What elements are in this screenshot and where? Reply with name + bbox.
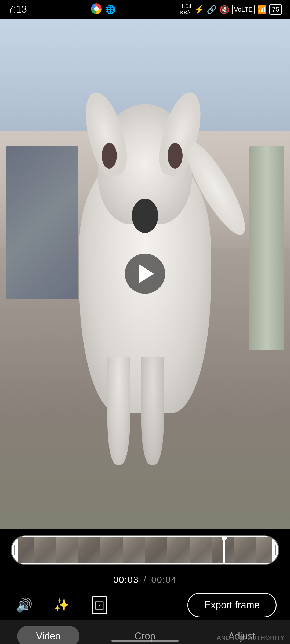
status-bar: 7:13 🌐 1.04 KB/s ⚡ 🔗 🔇 VoLTE 📶 75 (0, 0, 290, 19)
tab-video-pill[interactable]: Video (17, 626, 79, 644)
timecode-separator: / (143, 575, 150, 585)
mute-icon: 🔇 (219, 5, 229, 14)
battery-indicator: 75 (269, 4, 282, 15)
bg-structure-left (6, 146, 78, 299)
timeline-handle-right[interactable] (272, 536, 278, 564)
timeline-frame (34, 536, 56, 564)
magic-button[interactable]: ✨ (51, 594, 73, 616)
link-icon: 🔗 (207, 5, 217, 14)
timeline-frame (190, 536, 212, 564)
controls-section: 🔊 ✨ ⊡ Export frame (0, 590, 290, 620)
play-icon (139, 264, 154, 283)
status-right: 1.04 KB/s ⚡ 🔗 🔇 VoLTE 📶 75 (180, 3, 282, 16)
signal-icon: 📶 (257, 5, 267, 14)
timeline-frame (145, 536, 167, 564)
timeline-playhead[interactable] (223, 535, 225, 565)
timeline-track[interactable] (11, 535, 279, 565)
status-icons: 🌐 (91, 3, 116, 15)
timecode-current: 00:03 (113, 575, 139, 585)
bluetooth-icon: ⚡ (194, 5, 204, 14)
play-button[interactable] (125, 254, 165, 294)
volume-icon: 🔊 (16, 597, 32, 613)
status-time: 7:13 (8, 4, 27, 15)
timecode-display: 00:03 / 00:04 (113, 575, 177, 585)
section-divider-1 (0, 619, 290, 619)
frames-icon: ⊡ (92, 596, 107, 614)
volte-icon: VoLTE (232, 5, 255, 14)
timeline-frame (167, 536, 190, 564)
timeline-section[interactable] (0, 529, 290, 572)
timeline-frame (100, 536, 123, 564)
timeline-frames (12, 536, 278, 564)
volume-button[interactable]: 🔊 (13, 594, 35, 616)
timeline-frame (78, 536, 100, 564)
tab-video[interactable]: Video (0, 620, 97, 644)
magic-icon: ✨ (54, 598, 70, 613)
video-player[interactable] (0, 19, 290, 529)
chrome-icon-status (91, 3, 102, 15)
home-bar (111, 640, 179, 642)
timeline-frame (123, 536, 145, 564)
data-speed: 1.04 KB/s (180, 3, 191, 16)
timeline-frame (56, 536, 78, 564)
watermark: Android Authority (217, 634, 285, 641)
frames-button[interactable]: ⊡ (89, 594, 110, 616)
tab-video-label: Video (36, 631, 60, 642)
timeline-frame (212, 536, 234, 564)
bg-pillar-right (249, 146, 284, 350)
export-frame-button[interactable]: Export frame (187, 593, 277, 617)
timeline-frame (234, 536, 256, 564)
timecode-total: 00:04 (151, 575, 177, 585)
edge-icon-status: 🌐 (105, 4, 116, 14)
timeline-handle-left[interactable] (12, 536, 18, 564)
timecode-section: 00:03 / 00:04 (0, 572, 290, 588)
